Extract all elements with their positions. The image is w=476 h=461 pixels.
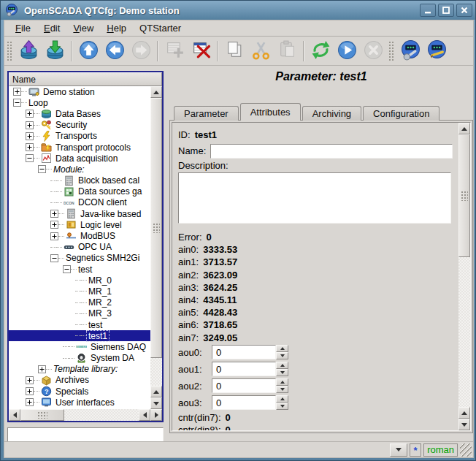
maximize-button[interactable] — [438, 4, 454, 17]
title-bar[interactable]: OpenSCADA QTCfg: Demo station — [1, 1, 476, 20]
go-up-button[interactable] — [75, 39, 101, 64]
expander-plus-icon[interactable] — [38, 365, 46, 373]
user-indicator[interactable]: roman — [423, 443, 458, 457]
tab-parameter[interactable]: Parameter — [174, 106, 239, 121]
spinbox-up-button[interactable] — [276, 345, 288, 352]
spinbox-up-button[interactable] — [276, 362, 288, 369]
minimize-button[interactable] — [420, 4, 436, 17]
tree-item-mr-3[interactable]: MR_3 — [9, 308, 150, 319]
tab-archiving[interactable]: Archiving — [302, 106, 361, 121]
tree-item-test[interactable]: test — [9, 264, 150, 275]
item-delete-button[interactable] — [188, 39, 214, 64]
description-textarea[interactable] — [178, 172, 451, 224]
toolbar-handle[interactable] — [388, 41, 395, 61]
tree-column-header[interactable]: Name — [9, 72, 162, 86]
spinbox-input[interactable] — [212, 362, 276, 376]
spinbox-input[interactable] — [212, 378, 276, 393]
expander-plus-icon[interactable] — [26, 110, 34, 118]
tree-item-modbus[interactable]: ModBUS — [9, 230, 150, 241]
tree-item-segnetics-smh2gi[interactable]: Segnetics SMH2Gi — [9, 253, 150, 264]
menu-view[interactable]: View — [66, 21, 100, 35]
save-to-db-button[interactable] — [42, 39, 68, 64]
spinbox-down-button[interactable] — [276, 352, 288, 359]
expander-plus-icon[interactable] — [26, 398, 34, 406]
tree-item-data-bases[interactable]: Data Bases — [9, 108, 150, 119]
spinbox-input[interactable] — [212, 345, 276, 359]
tree-item-transport-protocols[interactable]: Transport protocols — [9, 142, 150, 153]
spinbox-down-button[interactable] — [276, 369, 288, 376]
qtcfg-launcher-button[interactable] — [397, 39, 423, 64]
expander-plus-icon[interactable] — [26, 376, 34, 384]
tree-item-loop[interactable]: Loop — [9, 97, 150, 108]
tree-item-security[interactable]: Security — [9, 120, 150, 131]
tree-vertical-scrollbar[interactable] — [150, 86, 162, 409]
scroll-thumb[interactable] — [458, 134, 470, 257]
tree-item-data-acquisition[interactable]: Data acquisition — [9, 153, 150, 164]
toolbar-handle[interactable] — [7, 41, 13, 61]
expander-plus-icon[interactable] — [13, 88, 21, 96]
expander-plus-icon[interactable] — [26, 132, 34, 140]
expander-minus-icon[interactable] — [63, 265, 71, 273]
tree-item-data-sources-ga[interactable]: Data sources ga — [9, 186, 150, 197]
menu-help[interactable]: Help — [100, 21, 133, 35]
tree-item-block-based-cal[interactable]: Block based cal — [9, 175, 150, 186]
scroll-left-button[interactable] — [9, 409, 20, 421]
expander-plus-icon[interactable] — [26, 143, 34, 151]
close-button[interactable] — [456, 4, 472, 17]
menu-edit[interactable]: Edit — [37, 21, 66, 35]
tree-item-test1[interactable]: test1 — [9, 330, 150, 341]
tree-item-transports[interactable]: Transports — [9, 131, 150, 142]
tab-attributes[interactable]: Attributes — [240, 103, 301, 121]
scroll-up-button-2[interactable] — [458, 407, 470, 419]
refresh-button[interactable] — [307, 39, 334, 64]
scroll-down-button[interactable] — [458, 419, 470, 430]
item-copy-button[interactable] — [221, 39, 247, 64]
menu-qtstarter[interactable]: QTStarter — [133, 21, 188, 35]
modified-indicator[interactable]: * — [410, 443, 421, 457]
tree-item-user-interfaces[interactable]: User interfaces — [9, 397, 150, 408]
expander-minus-icon[interactable] — [38, 165, 46, 173]
load-from-db-button[interactable] — [15, 39, 42, 64]
scroll-up-button[interactable] — [150, 86, 162, 98]
qtvision-launcher-button[interactable] — [423, 39, 450, 64]
scroll-thumb[interactable] — [20, 409, 64, 421]
expander-plus-icon[interactable] — [26, 387, 34, 395]
tree-item-specials[interactable]: ?Specials — [9, 386, 150, 397]
attributes-vertical-scrollbar[interactable] — [458, 123, 470, 430]
tree-item-archives[interactable]: Archives — [9, 375, 150, 386]
tree-horizontal-scrollbar[interactable] — [9, 409, 162, 421]
tree-item-dcon-client[interactable]: DCONDCON client — [9, 197, 150, 208]
item-cut-button[interactable] — [247, 39, 274, 64]
expander-minus-icon[interactable] — [50, 254, 58, 262]
expander-plus-icon[interactable] — [26, 121, 34, 129]
status-dropdown-button[interactable] — [390, 443, 407, 457]
expander-minus-icon[interactable] — [26, 154, 34, 162]
tree-item-module-[interactable]: Module: — [9, 164, 150, 175]
scroll-down-button[interactable] — [150, 397, 162, 409]
spinbox-input[interactable] — [212, 395, 276, 410]
menu-file[interactable]: File — [9, 21, 37, 35]
scroll-left-button-2[interactable] — [139, 409, 150, 421]
tree-item-logic-level[interactable]: Logic level — [9, 219, 150, 230]
tree-item-demo-station[interactable]: Demo station — [9, 86, 150, 97]
scroll-right-button[interactable] — [150, 409, 162, 421]
tree-filter-input[interactable] — [7, 427, 164, 443]
tree-item-siemens-daq[interactable]: SIEMENSSiemens DAQ — [9, 341, 150, 352]
spinbox-up-button[interactable] — [276, 395, 288, 403]
start-updating-button[interactable] — [334, 39, 360, 64]
tree-item-mr-0[interactable]: MR_0 — [9, 275, 150, 286]
tree-item-opc-ua[interactable]: OPC UA — [9, 242, 150, 253]
go-back-button[interactable] — [101, 39, 128, 64]
expander-minus-icon[interactable] — [13, 99, 21, 107]
scroll-up-button-2[interactable] — [150, 386, 162, 397]
expander-plus-icon[interactable] — [50, 210, 58, 218]
tree-item-test[interactable]: test — [9, 319, 150, 330]
spinbox-down-button[interactable] — [276, 386, 288, 393]
tab-configuration[interactable]: Configuration — [363, 106, 439, 121]
expander-plus-icon[interactable] — [50, 221, 58, 229]
tree-item-mr-2[interactable]: MR_2 — [9, 297, 150, 308]
scroll-thumb[interactable] — [150, 98, 162, 358]
scroll-up-button[interactable] — [458, 123, 470, 134]
spinbox-up-button[interactable] — [276, 378, 288, 386]
tree-item-mr-1[interactable]: MR_1 — [9, 286, 150, 297]
